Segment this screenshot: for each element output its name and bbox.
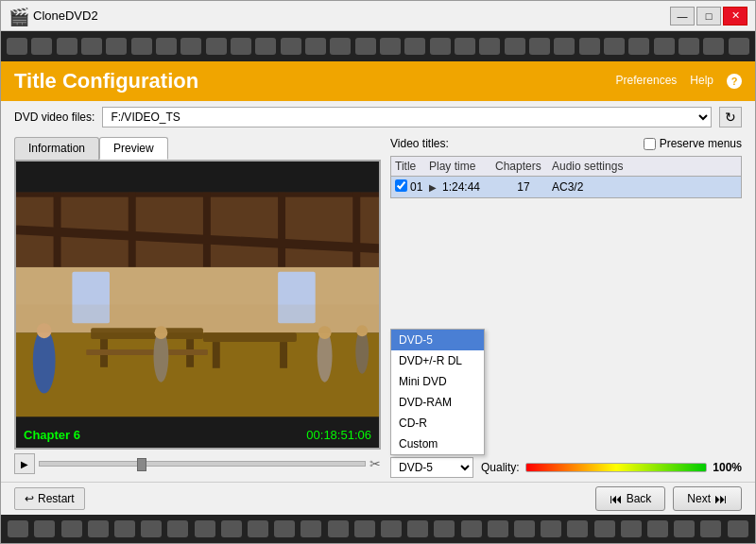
back-arrow-icon: ⏮ (610, 491, 623, 506)
dvd-path-row: DVD video files: F:/VIDEO_TS ↻ (1, 101, 755, 133)
help-icon[interactable]: ? (727, 74, 742, 89)
window-controls: — □ ✕ (670, 7, 747, 26)
disc-type-select[interactable]: DVD-5 (390, 457, 473, 478)
film-hole (141, 520, 162, 537)
dropdown-item-custom[interactable]: Custom (391, 434, 484, 454)
dropdown-quality-row: DVD-5 DVD+/-R DL Mini DVD DVD-RAM CD-R C… (390, 457, 742, 478)
title-chapters: 17 (495, 180, 552, 194)
film-hole (180, 38, 201, 55)
table-row: 01 ▶ 1:24:44 17 AC3/2 (391, 177, 741, 197)
film-hole (195, 520, 215, 537)
film-hole (654, 38, 675, 55)
left-panel: Information Preview (14, 137, 381, 478)
back-button[interactable]: ⏮ Back (595, 486, 666, 511)
app-icon: 🎬 (9, 7, 27, 26)
next-label: Next (687, 492, 711, 505)
film-hole (31, 38, 52, 55)
film-hole (455, 38, 475, 55)
next-arrow-icon: ⏭ (714, 491, 728, 506)
tabs-row: Information Preview (14, 137, 381, 160)
scissors-icon[interactable]: ✂ (369, 456, 381, 471)
svg-rect-7 (352, 193, 360, 267)
film-hole (728, 520, 748, 537)
play-button[interactable]: ▶ (14, 453, 35, 474)
film-hole (355, 38, 376, 55)
film-hole (700, 520, 721, 537)
film-hole (34, 520, 55, 537)
restart-button[interactable]: ↩ Restart (14, 487, 85, 510)
dropdown-item-dvdplusminus-dl[interactable]: DVD+/-R DL (391, 350, 484, 371)
film-hole (106, 38, 127, 55)
film-hole (7, 38, 27, 55)
filmstrip-top (1, 31, 755, 61)
chapter-label: Chapter 6 (24, 428, 80, 442)
film-hole (505, 38, 525, 55)
col-playtime: Play time (429, 160, 495, 173)
quality-bar (525, 463, 708, 472)
film-hole (488, 520, 508, 537)
seek-bar[interactable] (39, 461, 366, 467)
maximize-button[interactable]: □ (696, 7, 721, 26)
dvd-refresh-button[interactable]: ↻ (719, 107, 742, 128)
dropdown-item-dvd5[interactable]: DVD-5 (391, 330, 484, 350)
tab-preview[interactable]: Preview (99, 137, 168, 160)
minimize-button[interactable]: — (670, 7, 695, 26)
seek-thumb[interactable] (137, 458, 146, 471)
titles-table: Title Play time Chapters Audio settings … (390, 156, 742, 198)
film-hole (231, 38, 251, 55)
restart-icon: ↩ (25, 492, 34, 505)
video-controls: ▶ ✂ (14, 450, 381, 478)
title-num: 01 (410, 180, 429, 194)
film-hole (541, 520, 561, 537)
next-button[interactable]: Next ⏭ (673, 486, 742, 511)
film-hole (514, 520, 535, 537)
dropdown-item-dvdram[interactable]: DVD-RAM (391, 392, 484, 413)
svg-rect-6 (278, 193, 285, 267)
help-menu-item[interactable]: Help (690, 74, 713, 89)
film-hole (248, 520, 268, 537)
title-checkbox[interactable] (395, 179, 407, 192)
title-bar: 🎬 CloneDVD2 — □ ✕ (1, 1, 755, 31)
film-hole (81, 38, 102, 55)
svg-rect-19 (86, 349, 208, 355)
filmstrip-holes-top (1, 38, 755, 55)
film-hole (529, 38, 550, 55)
video-titles-label: Video titles: (390, 137, 449, 150)
main-content: Information Preview (1, 133, 755, 482)
quality-percent: 100% (713, 461, 742, 474)
right-panel: Video titles: Preserve menus Title Play … (390, 137, 742, 478)
preserve-menus-checkbox[interactable] (644, 138, 656, 150)
preferences-menu-item[interactable]: Preferences (616, 74, 678, 89)
film-hole (114, 520, 135, 537)
film-hole (381, 520, 402, 537)
film-hole (8, 520, 28, 537)
film-hole (167, 520, 188, 537)
play-icon: ▶ (429, 182, 442, 193)
close-button[interactable]: ✕ (723, 7, 747, 26)
row-checkbox-cell (391, 179, 410, 195)
film-hole (461, 520, 482, 537)
tab-information[interactable]: Information (14, 137, 99, 160)
film-hole (479, 38, 500, 55)
disc-type-dropdown-popup: DVD-5 DVD+/-R DL Mini DVD DVD-RAM CD-R C… (390, 329, 485, 455)
preserve-menus-label: Preserve menus (660, 137, 742, 150)
main-window: 🎬 CloneDVD2 — □ ✕ (0, 0, 756, 544)
film-hole (628, 38, 649, 55)
film-hole (729, 38, 749, 55)
dvd-path-select[interactable]: F:/VIDEO_TS (102, 107, 712, 128)
svg-rect-4 (129, 193, 136, 267)
quality-section: Quality: 100% (481, 461, 742, 474)
filmstrip-bottom (1, 515, 755, 543)
window-title: CloneDVD2 (33, 8, 98, 23)
film-hole (281, 38, 301, 55)
film-hole (305, 38, 326, 55)
film-hole (131, 38, 152, 55)
film-hole (679, 38, 699, 55)
dropdown-item-minidvd[interactable]: Mini DVD (391, 371, 484, 392)
dropdown-item-cdr[interactable]: CD-R (391, 413, 484, 434)
svg-rect-17 (213, 342, 220, 368)
film-hole (156, 38, 177, 55)
header-menu: Preferences Help ? (616, 74, 742, 89)
svg-rect-18 (280, 342, 287, 368)
title-audio: AC3/2 (552, 180, 741, 194)
